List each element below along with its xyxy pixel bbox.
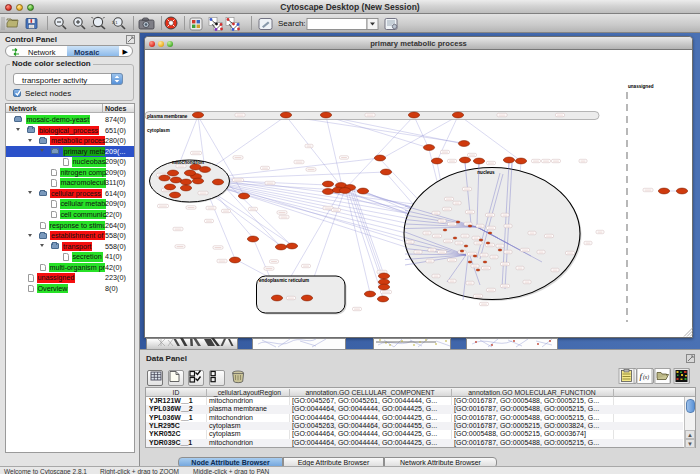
svg-text:plasma membrane: plasma membrane	[147, 114, 188, 119]
svg-text:endoplasmic reticulum: endoplasmic reticulum	[259, 278, 309, 283]
svg-text:mitochondrion: mitochondrion	[172, 160, 204, 165]
svg-text:Search:: Search:	[278, 19, 306, 28]
svg-text:nucleus: nucleus	[477, 170, 495, 175]
svg-text:unassigned: unassigned	[628, 84, 654, 89]
svg-text:1:1: 1:1	[112, 20, 118, 25]
svg-text:(x): (x)	[643, 374, 649, 381]
svg-text:cytoplasm: cytoplasm	[147, 128, 170, 133]
